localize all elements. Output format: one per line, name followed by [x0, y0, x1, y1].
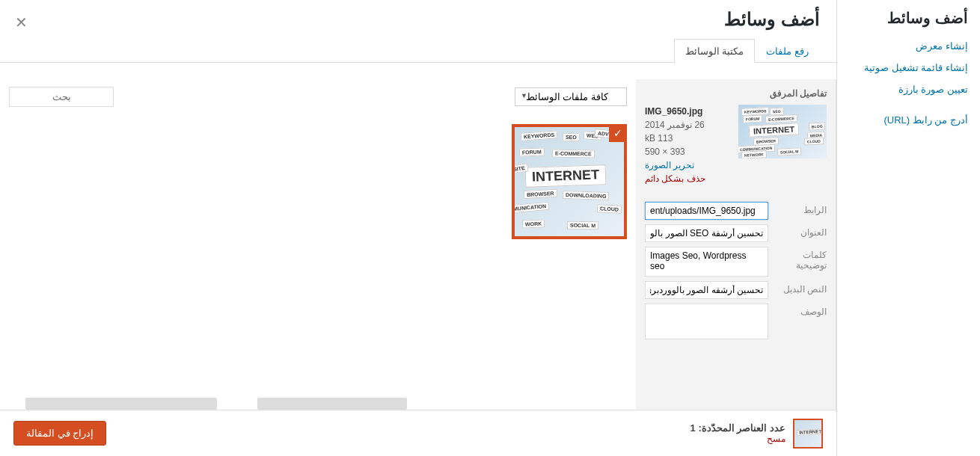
- tag: E-COMMERCE: [765, 114, 797, 123]
- tag: BLOG: [808, 122, 825, 130]
- attachment-details-panel: تفاصيل المرفق KEYWORDS SEO FORUM E-COMME…: [636, 79, 836, 410]
- delete-permanently-link[interactable]: حذف بشكل دائم: [645, 173, 705, 184]
- main-title: أضف وسائط: [16, 9, 820, 30]
- field-desc-row: الوصف: [645, 304, 827, 339]
- media-sidebar: أضف وسائط إنشاء معرض إنشاء قائمة تشغيل ص…: [836, 0, 980, 456]
- input-url[interactable]: [645, 202, 768, 220]
- label-url: الرابط: [773, 202, 827, 215]
- footer-selection: INTERNET عدد العناصر المحدّدة: 1 مسح: [690, 419, 823, 449]
- tag-internet: INTERNET: [525, 164, 607, 188]
- tabs: رفع ملفات مكتبة الوسائط: [0, 39, 836, 63]
- footer-bar: INTERNET عدد العناصر المحدّدة: 1 مسح إدر…: [0, 410, 836, 456]
- tag: DOWNLOADING: [563, 191, 610, 200]
- sidebar-title: أضف وسائط: [849, 9, 968, 27]
- media-library-area: كافة ملفات الوسائط ✓ KEYWORDS SEO WEB AD…: [0, 79, 636, 410]
- panel-scrollbar[interactable]: [25, 398, 217, 410]
- sidebar-link-featured-image[interactable]: تعيين صورة بارزة: [849, 84, 968, 95]
- selected-count: عدد العناصر المحدّدة: 1: [690, 422, 785, 434]
- input-title[interactable]: [645, 224, 768, 242]
- content-row: كافة ملفات الوسائط ✓ KEYWORDS SEO WEB AD…: [0, 79, 836, 410]
- media-filter-select[interactable]: كافة ملفات الوسائط: [515, 87, 627, 106]
- main-header: أضف وسائط: [0, 0, 836, 30]
- tag: CLOUD: [597, 204, 622, 214]
- tag: SEO: [563, 133, 580, 142]
- tag: MUNICATION: [512, 202, 550, 214]
- tag: INTERNET: [749, 123, 800, 137]
- field-title-row: العنوان: [645, 224, 827, 242]
- thumbnails-area[interactable]: ✓ KEYWORDS SEO WEB ADVERT FORUM E-COMMER…: [0, 115, 636, 410]
- field-alt-row: النص البديل: [645, 281, 827, 299]
- close-icon[interactable]: ✕: [15, 13, 28, 31]
- tag: WORK: [522, 219, 545, 228]
- attachment-thumbnail: KEYWORDS SEO FORUM E-COMMERCE INTERNET B…: [738, 105, 827, 158]
- tag: E-COMMERCE: [552, 150, 595, 158]
- input-alt[interactable]: [645, 281, 768, 299]
- tag: FORUM: [743, 114, 763, 123]
- media-thumbnail-selected[interactable]: ✓ KEYWORDS SEO WEB ADVERT FORUM E-COMMER…: [512, 124, 627, 239]
- library-toolbar: كافة ملفات الوسائط: [0, 79, 636, 114]
- media-filter-wrap: كافة ملفات الوسائط: [515, 87, 627, 106]
- tag: CLOUD: [804, 137, 824, 145]
- tag: SOCIAL M: [567, 221, 598, 230]
- clear-selection-link[interactable]: مسح: [690, 434, 785, 444]
- label-alt: النص البديل: [773, 281, 827, 295]
- label-desc: الوصف: [773, 304, 827, 317]
- field-url-row: الرابط: [645, 202, 827, 220]
- tag: FORUM: [519, 147, 545, 156]
- tag: KEYWORDS: [521, 130, 558, 141]
- attachment-top: KEYWORDS SEO FORUM E-COMMERCE INTERNET B…: [645, 105, 827, 185]
- footer-selected-thumb[interactable]: INTERNET: [793, 419, 823, 449]
- main-area: أضف وسائط رفع ملفات مكتبة الوسائط كافة م…: [0, 0, 836, 456]
- tab-media-library[interactable]: مكتبة الوسائط: [674, 39, 756, 63]
- input-desc[interactable]: [645, 304, 768, 339]
- library-scrollbar[interactable]: [257, 398, 407, 410]
- attachment-date: 26 نوفمبر 2014: [645, 118, 732, 132]
- tag: SOCIAL M: [777, 147, 802, 156]
- sidebar-link-insert-url[interactable]: أدرج من رابط (URL): [849, 114, 968, 126]
- check-icon: ✓: [609, 124, 627, 142]
- insert-button[interactable]: إدراج في المقالة: [13, 421, 106, 446]
- search-input[interactable]: [9, 87, 114, 107]
- attachment-details-header: تفاصيل المرفق: [645, 88, 827, 99]
- label-caption: كلمات توضيحية: [773, 247, 827, 271]
- tag: NETWORK: [741, 150, 767, 158]
- attachment-filename: IMG_9650.jpg: [645, 105, 732, 118]
- attachment-size: kB 113: [645, 132, 732, 145]
- label-title: العنوان: [773, 224, 827, 238]
- tab-upload[interactable]: رفع ملفات: [755, 39, 820, 63]
- edit-image-link[interactable]: تحرير الصورة: [645, 160, 694, 170]
- attachment-meta: IMG_9650.jpg 26 نوفمبر 2014 kB 113 393 ×…: [645, 105, 732, 185]
- tag: SEO: [770, 108, 784, 116]
- attachment-dimensions: 393 × 590: [645, 145, 732, 158]
- sidebar-link-gallery[interactable]: إنشاء معرض: [849, 40, 968, 52]
- tag: INTERNET: [797, 428, 823, 436]
- tag: BROWSER: [524, 189, 557, 199]
- input-caption[interactable]: Images Seo, Wordpress seo: [645, 247, 768, 277]
- sidebar-link-audio-playlist[interactable]: إنشاء قائمة تشغيل صوتية: [849, 62, 968, 73]
- field-caption-row: كلمات توضيحية Images Seo, Wordpress seo: [645, 247, 827, 277]
